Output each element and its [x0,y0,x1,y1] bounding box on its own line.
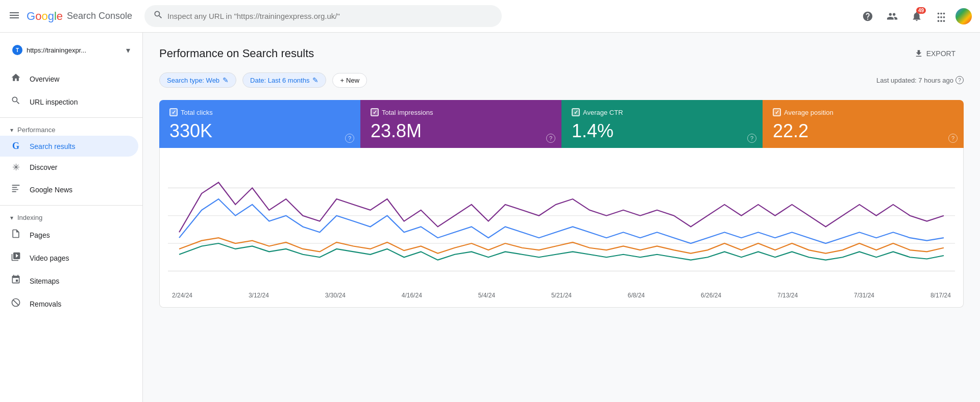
edit-icon: ✎ [223,76,229,84]
sidebar-item-google-news[interactable]: Google News [0,178,138,201]
search-icon [10,95,21,108]
x-axis-labels: 2/24/24 3/12/24 3/30/24 4/16/24 5/4/24 5… [168,290,955,299]
menu-icon[interactable] [8,9,20,23]
svg-rect-1 [12,187,17,188]
sidebar-item-search-results-label: Search results [30,142,75,150]
metric-value-impressions: 23.8M [371,120,551,142]
search-type-filter[interactable]: Search type: Web ✎ [159,72,236,88]
metric-header-ctr: Average CTR [572,108,752,116]
date-label: Date: Last 6 months [250,77,309,84]
metric-label-impressions: Total impressions [382,109,433,116]
sidebar-item-discover-label: Discover [30,163,57,171]
metric-header-position: Average position [773,108,953,116]
google-g-icon: G [10,141,21,152]
svg-rect-3 [12,191,16,192]
indexing-collapse-icon: ▾ [10,214,13,221]
sidebar-item-google-news-label: Google News [30,186,72,194]
settings-button[interactable] [882,6,902,27]
search-icon [153,10,163,22]
metric-card-impressions[interactable]: Total impressions 23.8M ? [360,100,561,148]
metric-checkbox-ctr[interactable] [572,108,580,116]
last-updated-text: Last updated: 7 hours ago [876,77,953,84]
metric-help-clicks[interactable]: ? [345,134,354,143]
url-search-input[interactable] [167,12,493,20]
chart-container: 2/24/24 3/12/24 3/30/24 4/16/24 5/4/24 5… [159,148,964,308]
sidebar-item-video-pages-label: Video pages [30,254,69,262]
last-updated-help-icon: ? [955,76,964,84]
metric-value-clicks: 330K [169,120,350,142]
help-button[interactable] [857,6,878,27]
x-label-8: 7/13/24 [777,292,798,299]
sidebar-item-search-results[interactable]: G Search results [0,136,138,157]
home-icon [10,72,21,85]
metric-card-clicks[interactable]: Total clicks 330K ? [159,100,360,148]
metric-card-position[interactable]: Average position 22.2 ? [763,100,964,148]
search-console-label: Search Console [67,11,132,21]
removals-icon [10,297,21,310]
metric-checkbox-clicks[interactable] [169,108,178,116]
sidebar-item-url-inspection[interactable]: URL inspection [0,90,138,113]
metric-help-position[interactable]: ? [948,134,958,143]
x-label-10: 8/17/24 [930,292,951,299]
filter-bar: Search type: Web ✎ Date: Last 6 months ✎… [159,72,964,88]
page-title: Performance on Search results [159,47,314,60]
notification-badge: 49 [916,7,926,14]
layout: T https://trainingexpr... ▾ Overview URL… [0,33,980,402]
sidebar-item-pages[interactable]: Pages [0,223,138,246]
discover-icon: ✳ [10,162,21,173]
x-label-1: 3/12/24 [249,292,269,299]
metric-checkbox-position[interactable] [773,108,781,116]
last-updated: Last updated: 7 hours ago ? [876,76,964,84]
x-label-3: 4/16/24 [402,292,422,299]
avatar[interactable] [955,8,972,24]
export-button[interactable]: EXPORT [906,45,964,62]
date-filter[interactable]: Date: Last 6 months ✎ [242,72,326,88]
performance-section-label: Performance [17,126,55,134]
main-wrapper: Performance on Search results EXPORT Sea… [159,45,964,308]
metric-label-clicks: Total clicks [181,109,213,116]
metric-header-impressions: Total impressions [371,108,551,116]
sidebar-item-removals[interactable]: Removals [0,292,138,315]
x-label-5: 5/21/24 [551,292,572,299]
google-logo: Google [27,10,63,23]
x-label-4: 5/4/24 [478,292,495,299]
property-url: https://trainingexpr... [27,46,122,54]
x-label-7: 6/26/24 [701,292,721,299]
sidebar-item-video-pages[interactable]: Video pages [0,246,138,269]
metric-help-impressions[interactable]: ? [546,134,555,143]
performance-collapse-icon: ▾ [10,127,13,134]
x-label-0: 2/24/24 [172,292,192,299]
sitemaps-icon [10,274,21,287]
sidebar-item-sitemaps[interactable]: Sitemaps [0,269,138,292]
metric-checkbox-impressions[interactable] [371,108,379,116]
x-label-9: 7/31/24 [854,292,874,299]
metric-value-ctr: 1.4% [572,120,752,142]
property-icon: T [12,45,22,55]
indexing-section-label: Indexing [17,214,42,221]
search-type-label: Search type: Web [167,77,219,84]
metric-label-position: Average position [784,109,834,116]
apps-button[interactable] [931,6,951,27]
metric-card-ctr[interactable]: Average CTR 1.4% ? [561,100,763,148]
sidebar-item-overview-label: Overview [30,75,59,83]
property-selector[interactable]: T https://trainingexpr... ▾ [4,41,138,63]
notifications-button[interactable]: 49 [906,6,927,27]
indexing-section-header[interactable]: ▾ Indexing [0,210,142,223]
metric-header-clicks: Total clicks [169,108,350,116]
new-filter-button[interactable]: + New [332,73,367,88]
nav-divider-1 [0,117,142,118]
x-label-6: 6/8/24 [628,292,645,299]
svg-rect-2 [12,189,19,190]
sidebar-item-discover[interactable]: ✳ Discover [0,157,138,178]
pages-icon [10,229,21,241]
main-content: Performance on Search results EXPORT Sea… [143,33,980,402]
sidebar-item-overview[interactable]: Overview [0,67,138,90]
sidebar: T https://trainingexpr... ▾ Overview URL… [0,33,143,402]
google-news-icon [10,183,21,196]
x-label-2: 3/30/24 [325,292,346,299]
performance-section-header[interactable]: ▾ Performance [0,122,142,136]
sidebar-item-url-inspection-label: URL inspection [30,98,78,106]
metric-help-ctr[interactable]: ? [747,134,756,143]
performance-chart [168,160,955,288]
url-search-bar[interactable] [144,5,502,27]
